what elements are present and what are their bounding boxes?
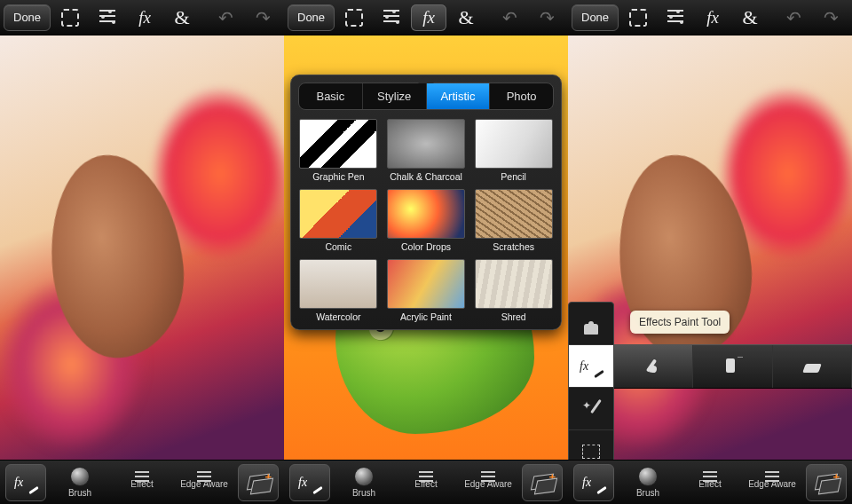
fx-graphic-pen[interactable]: Graphic Pen [298,119,379,182]
brush-type-row [614,344,852,389]
top-toolbar: Done fx & [284,0,568,35]
redo-icon[interactable] [529,4,564,31]
fx-popover: Basic Stylize Artistic Photo Graphic Pen… [290,75,562,330]
active-tool-well[interactable]: fx [573,464,614,501]
undo-icon[interactable] [208,4,243,31]
redo-icon[interactable] [813,4,848,31]
fx-chalk-charcoal[interactable]: Chalk & Charcoal [386,119,467,182]
stamp-tool[interactable] [569,303,613,345]
tab-artistic[interactable]: Artistic [427,83,491,109]
layers-button[interactable]: + [522,464,563,501]
effect-tab[interactable]: Effect [682,476,738,489]
eraser-mode[interactable] [773,345,852,388]
brush-tab[interactable]: Brush [335,467,392,498]
fx-shred[interactable]: Shred [473,259,554,322]
fx-grid: Graphic Pen Chalk & Charcoal Pencil Comi… [298,119,554,322]
tab-basic[interactable]: Basic [299,83,363,109]
wand-tool[interactable] [569,388,613,430]
effect-tab[interactable]: Effect [398,476,454,489]
tab-stylize[interactable]: Stylize [363,83,427,109]
undo-icon[interactable] [492,4,527,31]
fx-acrylic-paint[interactable]: Acrylic Paint [386,259,467,322]
fx-icon[interactable]: fx [127,4,162,31]
active-tool-well[interactable]: fx [289,464,330,501]
fx-brush-tool[interactable]: fx [569,345,613,388]
screen-3: Done fx & fx Effects Paint Tool fx Brush… [568,0,852,504]
adjust-icon[interactable] [658,4,693,31]
layers-button[interactable]: + [806,464,847,501]
fx-pencil[interactable]: Pencil [473,119,554,182]
undo-icon[interactable] [776,4,811,31]
brush-tab[interactable]: Brush [51,467,108,498]
marquee-tool[interactable] [569,430,613,460]
layers-button[interactable]: + [238,464,279,501]
edge-aware-tab[interactable]: Edge Aware [744,476,801,489]
done-button[interactable]: Done [288,4,335,31]
screen-1: Done fx & fx Brush Effect Edge Aware + [0,0,284,504]
adjust-icon[interactable] [374,4,409,31]
crop-icon[interactable] [52,4,88,31]
canvas[interactable] [0,35,284,460]
ampersand-icon[interactable]: & [448,4,484,31]
top-toolbar: Done fx & [0,0,284,35]
canvas[interactable]: Basic Stylize Artistic Photo Graphic Pen… [284,35,568,460]
fx-icon[interactable]: fx [695,4,730,31]
ampersand-icon[interactable]: & [164,4,200,31]
edge-aware-tab[interactable]: Edge Aware [176,476,233,489]
fx-icon[interactable]: fx [411,4,446,31]
tool-palette: fx [568,302,614,460]
bottom-toolbar: fx Brush Effect Edge Aware + [0,460,284,504]
crop-icon[interactable] [336,4,372,31]
fx-scratches[interactable]: Scratches [473,189,554,252]
crop-icon[interactable] [620,4,656,31]
adjust-icon[interactable] [90,4,125,31]
fx-watercolor[interactable]: Watercolor [298,259,379,322]
fx-category-tabs: Basic Stylize Artistic Photo [298,83,554,110]
fx-comic[interactable]: Comic [298,189,379,252]
brush-tab[interactable]: Brush [619,467,676,498]
ampersand-icon[interactable]: & [732,4,768,31]
done-button[interactable]: Done [4,4,51,31]
top-toolbar: Done fx & [568,0,852,35]
redo-icon[interactable] [245,4,280,31]
canvas[interactable]: fx Effects Paint Tool [568,35,852,460]
tool-tooltip: Effects Paint Tool [630,311,730,334]
tab-photo[interactable]: Photo [490,83,553,109]
brush-mode[interactable] [614,345,693,388]
bottom-toolbar: fx Brush Effect Edge Aware + [284,460,568,504]
spray-mode[interactable] [693,345,772,388]
active-tool-well[interactable]: fx [5,464,46,501]
screen-2: Done fx & Basic Stylize Artistic Photo G… [284,0,568,504]
done-button[interactable]: Done [572,4,619,31]
edge-aware-tab[interactable]: Edge Aware [460,476,517,489]
fx-color-drops[interactable]: Color Drops [386,189,467,252]
effect-tab[interactable]: Effect [114,476,170,489]
bottom-toolbar: fx Brush Effect Edge Aware + [568,460,852,504]
